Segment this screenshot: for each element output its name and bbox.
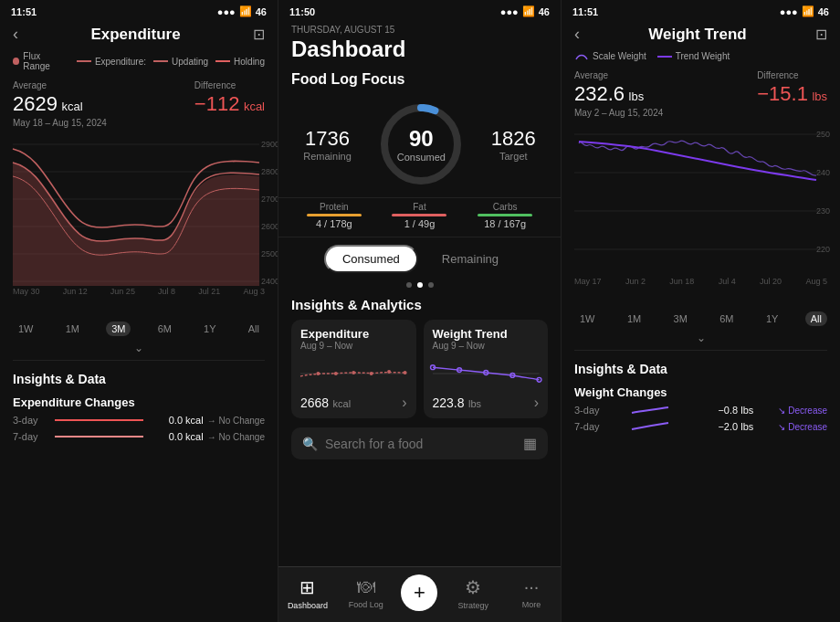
filter-1m[interactable]: 1M — [60, 322, 85, 336]
status-bar-right: 11:51 ●●● 📶 46 — [562, 0, 840, 21]
nav-dashboard-label: Dashboard — [288, 601, 328, 610]
protein-label: Protein — [307, 202, 362, 212]
wt-filter-all[interactable]: All — [805, 311, 827, 326]
expenditure-panel: 11:51 ●●● 📶 46 ‹ Expenditure ⊡ Flux Rang… — [0, 0, 278, 622]
change-line-3d — [55, 419, 143, 421]
expenditure-legend: Flux Range Expenditure: Updating Holding — [0, 49, 278, 77]
food-search-bar[interactable]: 🔍 ▦ — [291, 427, 548, 459]
plus-icon: + — [414, 581, 425, 605]
change-row-7day: 7-day 0.0 kcal → No Change — [13, 431, 265, 442]
svg-point-27 — [537, 377, 541, 382]
remaining-label: Remaining — [303, 151, 352, 162]
carbs-label: Carbs — [478, 202, 532, 212]
filter-3m[interactable]: 3M — [106, 322, 131, 336]
wt-filter-3m[interactable]: 3M — [668, 311, 693, 326]
wt-filter-1m[interactable]: 1M — [622, 311, 646, 326]
fat-macro: Fat 1 / 49g — [392, 202, 446, 229]
weight-change-row-3day: 3-day −0.8 lbs ↘ Decrease — [574, 405, 827, 416]
dot-2 — [417, 282, 423, 288]
battery-icon-r: 46 — [818, 6, 829, 17]
expenditure-svg: 2900 2800 2700 2600 2500 2400 — [13, 135, 265, 290]
weight-time-filters: 1W 1M 3M 6M 1Y All — [562, 308, 840, 330]
exp-card-title: Expenditure — [300, 327, 407, 341]
weight-header: ‹ Weight Trend ⊡ — [562, 21, 840, 49]
bottom-navigation: ⊞ Dashboard 🍽 Food Log + ⚙ Strategy ··· … — [278, 566, 561, 622]
left-insights-title: Insights & Data — [13, 372, 265, 386]
wt-filter-1w[interactable]: 1W — [574, 311, 601, 326]
divider-1 — [13, 360, 265, 361]
food-log-icon: 🍽 — [357, 576, 375, 597]
wt-change-val-3d: −0.8 lbs — [698, 405, 753, 416]
remaining-toggle-btn[interactable]: Remaining — [425, 245, 515, 273]
svg-text:2700: 2700 — [261, 195, 278, 204]
expenditure-card[interactable]: Expenditure Aug 9 – Now 2668 kc — [291, 320, 416, 418]
filter-1y[interactable]: 1Y — [198, 322, 221, 336]
target-value: 1826 — [491, 127, 536, 151]
nav-dashboard[interactable]: ⊞ Dashboard — [285, 576, 331, 610]
donut-center-values: 90 Consumed — [397, 126, 446, 163]
exp-card-value: 2668 — [300, 395, 329, 410]
signal-icon-r: ●●● — [780, 6, 798, 17]
filter-all[interactable]: All — [243, 322, 265, 336]
svg-point-20 — [387, 370, 391, 374]
wt-card-unit: lbs — [468, 398, 481, 409]
dashboard-title: Dashboard — [278, 35, 561, 68]
macros-row: Protein 4 / 178g Fat 1 / 49g Carbs 18 / … — [278, 197, 561, 237]
page-dots — [278, 280, 561, 293]
change-val-3d: 0.0 kcal — [149, 415, 204, 426]
remaining-stat: 1736 Remaining — [303, 127, 352, 162]
legend-trend-weight: Trend Weight — [657, 51, 730, 61]
weight-title: Weight Trend — [580, 26, 815, 44]
nav-food-log[interactable]: 🍽 Food Log — [343, 576, 389, 609]
consumed-remaining-toggle: Consumed Remaining — [278, 237, 561, 280]
change-line-7d — [55, 436, 143, 438]
protein-value: 4 / 178g — [307, 218, 362, 229]
svg-point-23 — [430, 365, 435, 370]
wt-card-arrow[interactable]: › — [534, 395, 539, 411]
fat-label: Fat — [392, 202, 446, 212]
difference-value: −112 kcal — [194, 92, 265, 116]
average-label: Average — [13, 80, 83, 90]
barcode-icon[interactable]: ▦ — [523, 435, 537, 452]
change-arrow-7d: → No Change — [207, 432, 265, 442]
fat-bar — [392, 214, 446, 216]
analytics-section: Insights & Analytics Expenditure Aug 9 –… — [278, 293, 561, 424]
share-icon-right[interactable]: ⊡ — [815, 26, 827, 43]
change-val-7d: 0.0 kcal — [149, 431, 204, 442]
wt-filter-1y[interactable]: 1Y — [761, 311, 783, 326]
weight-chart: 250 240 230 220 May 17 Jun 2 Jun 18 Jul … — [562, 125, 840, 308]
nav-more[interactable]: ··· More — [509, 576, 554, 609]
wt-change-val-7d: −2.0 lbs — [698, 421, 753, 432]
wt-filter-6m[interactable]: 6M — [714, 311, 739, 326]
right-insights: Insights & Data — [562, 354, 840, 385]
nav-strategy[interactable]: ⚙ Strategy — [450, 576, 496, 610]
share-icon[interactable]: ⊡ — [253, 26, 265, 43]
consumed-toggle-btn[interactable]: Consumed — [324, 245, 418, 273]
more-icon: ··· — [524, 576, 540, 597]
wt-card-value: 223.8 — [433, 395, 465, 410]
status-bar-center: 11:50 ●●● 📶 46 — [278, 0, 561, 21]
left-insights: Insights & Data — [0, 364, 278, 395]
analytics-cards: Expenditure Aug 9 – Now 2668 kc — [291, 320, 548, 418]
wt-change-line-7d — [632, 421, 677, 432]
status-icons-left: ●●● 📶 46 — [217, 5, 267, 17]
dashboard-date: THURSDAY, AUGUST 15 — [278, 21, 561, 35]
filter-1w[interactable]: 1W — [13, 322, 39, 336]
food-search-input[interactable] — [325, 437, 516, 451]
expand-chevron[interactable]: ⌄ — [0, 340, 278, 356]
weight-trend-card[interactable]: Weight Trend Aug 9 – Now 223.8 lbs — [424, 320, 549, 418]
difference-label: Difference — [194, 80, 265, 90]
exp-card-unit: kcal — [333, 398, 352, 409]
expenditure-header: ‹ Expenditure ⊡ — [0, 21, 278, 49]
nav-add-button[interactable]: + — [401, 575, 437, 611]
signal-icon-c: ●●● — [500, 6, 519, 17]
dashboard-icon: ⊞ — [299, 576, 315, 598]
filter-6m[interactable]: 6M — [152, 322, 177, 336]
weight-expand-chevron[interactable]: ⌄ — [562, 330, 840, 346]
wt-change-line-3d — [632, 405, 677, 416]
change-arrow-3d: → No Change — [207, 416, 265, 426]
legend-scale-weight: Scale Weight — [574, 51, 646, 61]
trend-line-legend — [657, 56, 672, 58]
change-period-3d: 3-day — [13, 415, 49, 426]
exp-card-arrow[interactable]: › — [402, 395, 406, 411]
